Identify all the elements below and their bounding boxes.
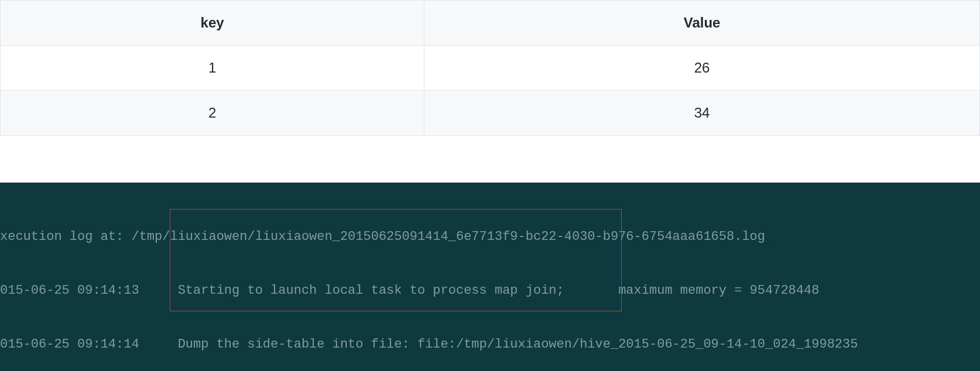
table-row: 2 34 — [1, 91, 980, 136]
table-cell-key: 1 — [1, 46, 424, 91]
table-header-key: key — [1, 1, 424, 46]
spacer — [0, 136, 980, 183]
table-cell-value: 34 — [424, 91, 980, 136]
table-row: 1 26 — [1, 46, 980, 91]
terminal-line: 015-06-25 09:14:13 Starting to launch lo… — [0, 282, 980, 300]
table-cell-key: 2 — [1, 91, 424, 136]
table-header-value: Value — [424, 1, 980, 46]
table-cell-value: 26 — [424, 46, 980, 91]
terminal-line: 015-06-25 09:14:14 Dump the side-table i… — [0, 336, 980, 354]
terminal-output: xecution log at: /tmp/liuxiaowen/liuxiao… — [0, 183, 980, 371]
table-header-row: key Value — [1, 1, 980, 46]
data-table: key Value 1 26 2 34 — [0, 0, 980, 136]
terminal-line: xecution log at: /tmp/liuxiaowen/liuxiao… — [0, 228, 980, 246]
